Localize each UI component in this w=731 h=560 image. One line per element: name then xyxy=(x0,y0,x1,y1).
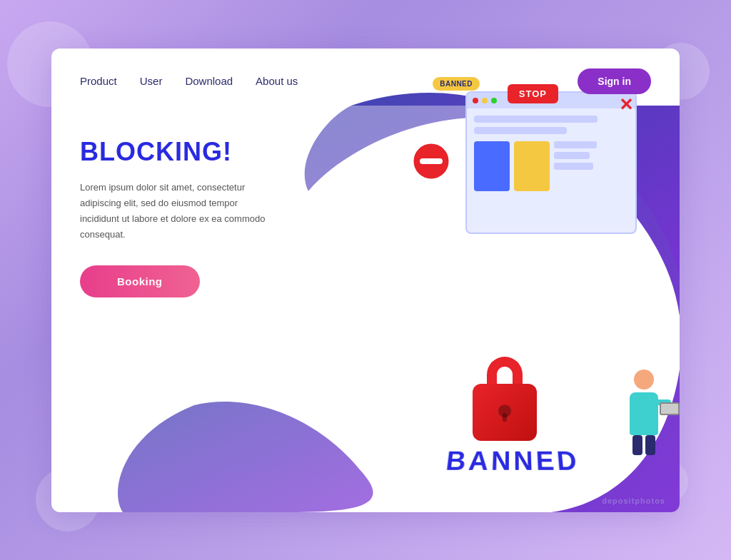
banned-badge: BANNED xyxy=(433,77,480,91)
signin-button[interactable]: Sign in xyxy=(578,68,651,94)
x-mark-icon: ✕ xyxy=(619,95,633,115)
nav-links: Product User Download About us xyxy=(80,75,578,87)
person-figure xyxy=(630,370,658,455)
browser-window xyxy=(465,91,637,234)
nav-product[interactable]: Product xyxy=(80,75,117,87)
hero-description: Lorem ipsum dolor sit amet, consectetur … xyxy=(80,180,266,243)
no-entry-icon xyxy=(411,141,451,181)
hero-content: BLOCKING! Lorem ipsum dolor sit amet, co… xyxy=(51,94,294,297)
nav-about[interactable]: About us xyxy=(256,75,298,87)
stop-badge: STOP xyxy=(508,84,558,103)
padlock-icon xyxy=(473,384,537,441)
watermark: depositphotos xyxy=(602,497,665,505)
main-card: Product User Download About us Sign in B… xyxy=(51,49,680,512)
nav-user[interactable]: User xyxy=(140,75,163,87)
hero-heading: BLOCKING! xyxy=(80,137,266,167)
browser-body xyxy=(467,108,635,198)
navbar: Product User Download About us Sign in xyxy=(51,49,680,94)
nav-download[interactable]: Download xyxy=(185,75,233,87)
banned-text: BANNED xyxy=(445,447,582,477)
booking-button[interactable]: Booking xyxy=(80,265,200,297)
svg-rect-1 xyxy=(420,158,443,164)
